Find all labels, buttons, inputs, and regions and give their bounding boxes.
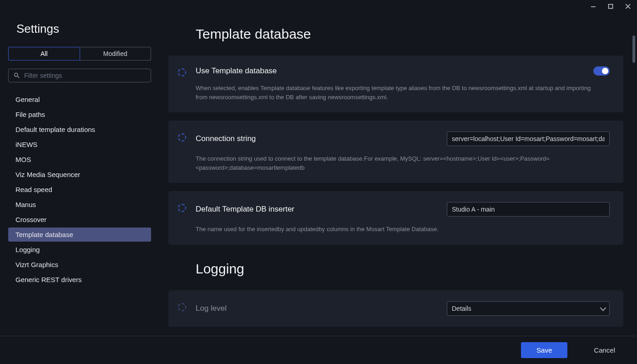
svg-rect-0 bbox=[591, 6, 596, 7]
cancel-button[interactable]: Cancel bbox=[594, 346, 615, 354]
window-titlebar bbox=[0, 0, 637, 13]
tab-all[interactable]: All bbox=[8, 47, 80, 61]
select-value: Details bbox=[452, 305, 471, 312]
card-log-level: Log level Details bbox=[168, 290, 623, 327]
card-icon bbox=[168, 131, 196, 142]
footer: Save Cancel bbox=[0, 336, 637, 364]
nav-item-manus[interactable]: Manus bbox=[8, 197, 151, 212]
chevron-down-icon bbox=[600, 304, 606, 311]
search-box[interactable] bbox=[8, 69, 151, 82]
toggle-use-template-db[interactable] bbox=[593, 66, 610, 76]
card-default-inserter: Default Template DB inserter The name us… bbox=[168, 191, 623, 245]
nav-item-logging[interactable]: Logging bbox=[8, 243, 151, 257]
section-title-templatedb: Template database bbox=[168, 26, 623, 42]
search-input[interactable] bbox=[24, 72, 146, 79]
save-button[interactable]: Save bbox=[521, 342, 567, 358]
refresh-icon[interactable] bbox=[178, 303, 186, 311]
setting-title: Log level bbox=[196, 304, 227, 313]
svg-rect-1 bbox=[609, 5, 613, 9]
nav-item-inews[interactable]: iNEWS bbox=[8, 137, 151, 152]
inserter-input[interactable] bbox=[447, 202, 610, 217]
setting-title: Use Template database bbox=[196, 66, 277, 76]
main-container: Settings All Modified General File paths… bbox=[0, 13, 637, 336]
card-connection-string: Connection string The connection string … bbox=[168, 121, 623, 183]
nav-list: General File paths Default template dura… bbox=[8, 92, 151, 288]
nav-item-filepaths[interactable]: File paths bbox=[8, 107, 151, 121]
section-title-logging: Logging bbox=[168, 261, 623, 277]
nav-item-mos[interactable]: MOS bbox=[8, 152, 151, 167]
setting-title: Connection string bbox=[196, 134, 256, 143]
nav-item-general[interactable]: General bbox=[8, 92, 151, 106]
nav-item-templatedb[interactable]: Template database bbox=[8, 228, 151, 242]
refresh-icon[interactable] bbox=[178, 204, 186, 212]
connection-string-input[interactable] bbox=[447, 131, 610, 146]
nav-item-readspeed[interactable]: Read speed bbox=[8, 182, 151, 197]
minimize-button[interactable] bbox=[588, 1, 599, 12]
setting-title: Default Template DB inserter bbox=[196, 205, 294, 214]
sidebar: Settings All Modified General File paths… bbox=[0, 13, 159, 336]
nav-item-viz[interactable]: Viz Media Sequencer bbox=[8, 167, 151, 182]
maximize-button[interactable] bbox=[605, 1, 616, 12]
refresh-icon[interactable] bbox=[178, 133, 186, 142]
filter-tab-group: All Modified bbox=[8, 47, 151, 61]
card-use-template-db: Use Template database When selected, ena… bbox=[168, 56, 623, 112]
tab-modified[interactable]: Modified bbox=[80, 47, 152, 61]
log-level-select[interactable]: Details bbox=[447, 301, 610, 316]
card-icon bbox=[168, 301, 196, 311]
nav-item-rest[interactable]: Generic REST drivers bbox=[8, 273, 151, 287]
sidebar-title: Settings bbox=[8, 22, 151, 36]
setting-description: The name used for the insertedby and upd… bbox=[196, 225, 596, 234]
nav-item-vizrt[interactable]: Vizrt Graphics bbox=[8, 258, 151, 272]
card-icon bbox=[168, 202, 196, 212]
nav-item-crossover[interactable]: Crossover bbox=[8, 212, 151, 227]
refresh-icon[interactable] bbox=[178, 68, 186, 76]
setting-description: When selected, enables Template database… bbox=[196, 84, 596, 101]
content-pane[interactable]: Template database Use Template database … bbox=[159, 13, 637, 336]
close-button[interactable] bbox=[622, 1, 633, 12]
scrollbar-thumb[interactable] bbox=[632, 35, 635, 63]
search-icon bbox=[13, 72, 20, 79]
nav-item-durations[interactable]: Default template durations bbox=[8, 122, 151, 136]
setting-description: The connection string used to connect to… bbox=[196, 154, 596, 172]
card-icon bbox=[168, 66, 196, 76]
